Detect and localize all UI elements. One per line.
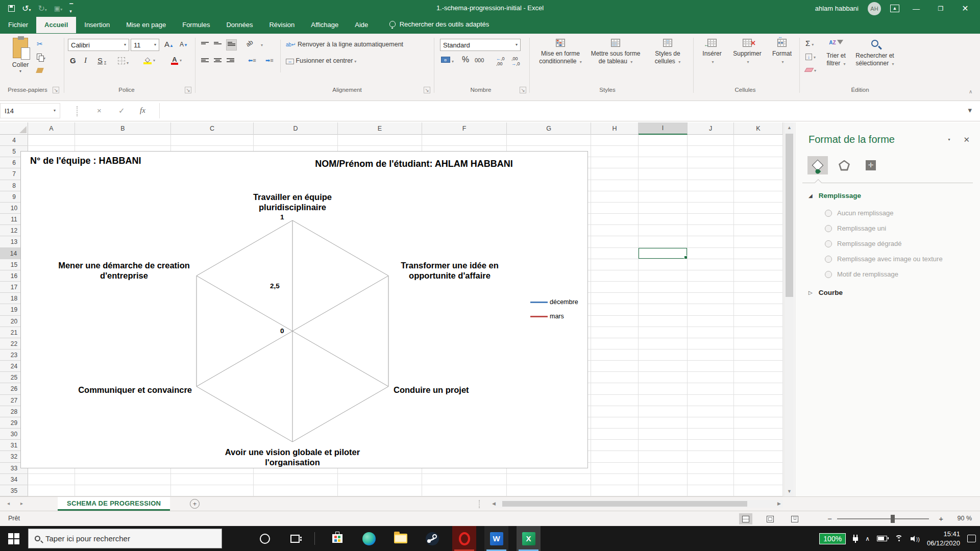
ribbon-tab[interactable]: Accueil: [36, 17, 76, 33]
radar-chart[interactable]: N° de l'équipe : HABBANI NOM/Prénom de l…: [20, 151, 588, 468]
expand-triangle-icon[interactable]: ▷: [808, 290, 813, 295]
minimize-button[interactable]: —: [909, 5, 924, 13]
scroll-right-icon[interactable]: ▶: [777, 501, 781, 506]
cancel-entry-icon[interactable]: ×: [97, 106, 102, 115]
orientation-caret[interactable]: ▾: [261, 43, 263, 47]
alignment-dialog-launcher-icon[interactable]: ↘: [424, 87, 430, 93]
restore-button[interactable]: ❐: [933, 5, 948, 12]
column-header-G[interactable]: G: [507, 122, 591, 135]
fill-section-header[interactable]: Remplissage: [819, 192, 861, 199]
italic-button[interactable]: I: [84, 56, 87, 65]
zoom-in-icon[interactable]: +: [939, 514, 943, 523]
hidden-icons-chevron-icon[interactable]: ∧: [865, 535, 870, 542]
next-sheet-icon[interactable]: ▸: [20, 500, 23, 506]
zoom-out-icon[interactable]: −: [827, 514, 832, 523]
formula-input[interactable]: [159, 103, 960, 118]
expand-formula-bar-icon[interactable]: ▾: [968, 106, 972, 114]
ribbon-tab[interactable]: Formules: [174, 17, 218, 33]
selected-cell[interactable]: [638, 247, 688, 259]
delete-cells-button[interactable]: ✕ Supprimer▾: [729, 39, 766, 65]
collapse-triangle-icon[interactable]: ◢: [808, 193, 813, 198]
ribbon-display-options-icon[interactable]: ▲: [890, 5, 899, 12]
ribbon-tab[interactable]: Données: [218, 17, 261, 33]
orientation-icon[interactable]: ab: [244, 38, 254, 48]
align-left-icon[interactable]: [201, 57, 209, 65]
scroll-down-icon[interactable]: ▼: [784, 486, 795, 496]
horizontal-scroll-thumb[interactable]: [502, 501, 747, 507]
panel-menu-caret-icon[interactable]: ▾: [948, 138, 950, 142]
font-color-icon[interactable]: A▾: [171, 55, 182, 65]
format-as-table-button[interactable]: Mettre sous formede tableau ▾: [588, 39, 643, 65]
new-sheet-icon[interactable]: +: [190, 499, 200, 509]
decrease-decimal-icon[interactable]: ,00→,0: [511, 56, 520, 66]
name-box[interactable]: I14▾: [0, 103, 60, 118]
horizontal-scrollbar[interactable]: ◀ ▶: [490, 500, 783, 508]
align-bottom-icon[interactable]: [227, 40, 236, 50]
font-size-select[interactable]: 11▾: [131, 39, 159, 51]
wifi-icon[interactable]: [894, 535, 903, 542]
row-header-35[interactable]: 35: [0, 485, 28, 496]
fill-color-icon[interactable]: ◇▾: [143, 55, 155, 64]
file-explorer-button[interactable]: [389, 526, 412, 551]
ribbon-tab[interactable]: Mise en page: [118, 17, 174, 33]
battery-percent-badge[interactable]: 100%: [819, 533, 846, 544]
fill-option-radio[interactable]: Remplissage avec image ou texture: [825, 255, 975, 263]
steam-button[interactable]: [421, 526, 444, 551]
panel-tab-size-properties[interactable]: ✛: [861, 156, 881, 174]
collapse-ribbon-icon[interactable]: ∧: [969, 89, 972, 94]
column-header-A[interactable]: A: [28, 122, 75, 135]
font-family-select[interactable]: Calibri▾: [68, 39, 129, 51]
underline-button[interactable]: S▾: [97, 56, 106, 65]
panel-close-icon[interactable]: ✕: [963, 135, 970, 144]
zoom-slider[interactable]: [837, 518, 929, 519]
find-select-button[interactable]: Rechercher etsélectionner ▾: [851, 39, 898, 67]
ribbon-tab[interactable]: Fichier: [0, 17, 36, 33]
comma-style-icon[interactable]: 000: [475, 57, 484, 63]
sheet-tab[interactable]: SCHEMA DE PROGRESSION: [58, 497, 170, 511]
insert-cells-button[interactable]: ← Insérer▾: [697, 39, 727, 65]
page-layout-view-icon[interactable]: [764, 513, 777, 524]
fill-option-radio[interactable]: Remplissage dégradé: [825, 240, 975, 247]
vertical-scrollbar[interactable]: ▲ ▼: [783, 122, 794, 496]
merge-center-button[interactable]: ↔ Fusionner et centrer▾: [286, 57, 356, 64]
format-painter-icon[interactable]: [37, 66, 43, 74]
opera-button[interactable]: [452, 526, 476, 551]
column-header-I[interactable]: I: [639, 122, 688, 135]
borders-icon[interactable]: ▾: [118, 57, 129, 66]
normal-view-icon[interactable]: [739, 513, 752, 524]
edge-button[interactable]: [357, 526, 380, 551]
insert-function-icon[interactable]: fx: [140, 106, 145, 115]
paste-button[interactable]: Coller ▾: [8, 38, 33, 73]
zoom-slider-thumb[interactable]: [891, 515, 895, 523]
avatar[interactable]: AH: [868, 2, 881, 15]
tell-me-search[interactable]: Rechercher des outils adaptés: [389, 20, 489, 28]
column-header-F[interactable]: F: [422, 122, 507, 135]
column-header-C[interactable]: C: [171, 122, 254, 135]
curve-section-header[interactable]: Courbe: [819, 289, 843, 296]
increase-font-icon[interactable]: A▲: [164, 40, 174, 48]
copy-icon[interactable]: ▾: [37, 53, 45, 61]
panel-tab-fill-line[interactable]: [807, 156, 828, 174]
row-header-4[interactable]: 4: [0, 135, 28, 146]
increase-indent-icon[interactable]: ➡≡: [265, 57, 274, 64]
number-dialog-launcher-icon[interactable]: ↘: [520, 87, 526, 93]
zoom-level[interactable]: 90 %: [958, 515, 972, 522]
close-button[interactable]: ✕: [958, 4, 973, 13]
sort-filter-button[interactable]: AZ Trier etfiltrer ▾: [823, 39, 849, 67]
account-name[interactable]: ahlam habbani: [815, 5, 859, 12]
clear-icon[interactable]: ▾: [805, 65, 816, 73]
autosum-icon[interactable]: Σ▾: [805, 39, 814, 47]
cut-icon[interactable]: ✂: [37, 40, 43, 48]
fill-option-radio[interactable]: Motif de remplissage: [825, 270, 975, 278]
scroll-left-icon[interactable]: ◀: [492, 501, 496, 506]
task-view-button[interactable]: [283, 526, 306, 551]
panel-tab-effects[interactable]: [834, 156, 854, 174]
align-top-icon[interactable]: [201, 41, 209, 49]
increase-decimal-icon[interactable]: ←,0,00: [496, 56, 505, 66]
wrap-text-button[interactable]: ab↵ Renvoyer à la ligne automatiquement: [286, 41, 403, 48]
start-button[interactable]: [2, 526, 25, 551]
confirm-entry-icon[interactable]: ✓: [118, 106, 125, 115]
fill-option-radio[interactable]: Remplissage uni: [825, 224, 975, 232]
fill-option-radio[interactable]: Aucun remplissage: [825, 209, 975, 217]
cell-styles-button[interactable]: Styles decellules ▾: [646, 39, 689, 65]
